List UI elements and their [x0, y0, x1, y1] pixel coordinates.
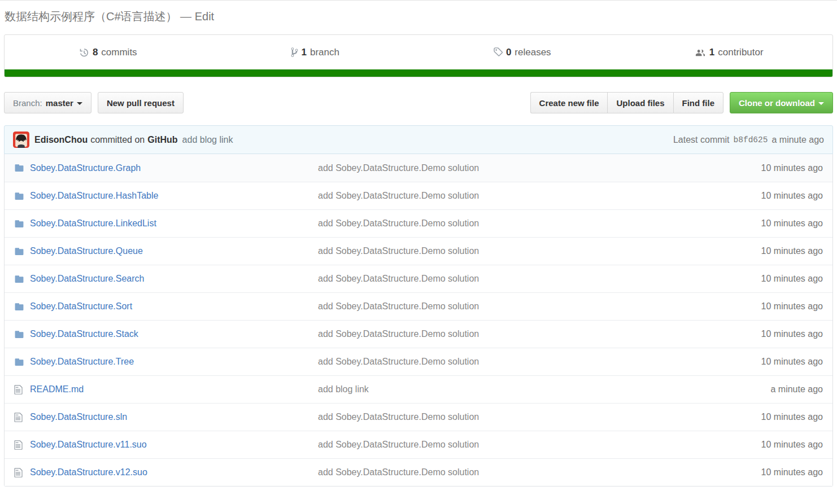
find-file-button[interactable]: Find file [673, 92, 724, 113]
commit-message-link[interactable]: add blog link [182, 135, 233, 145]
git-branch-icon [291, 47, 298, 58]
table-row: Sobey.DataStructure.Search add Sobey.Dat… [5, 265, 832, 292]
contributors-count: 1 [709, 47, 714, 58]
table-row: Sobey.DataStructure.sln add Sobey.DataSt… [5, 403, 832, 431]
file-name-link[interactable]: Sobey.DataStructure.Graph [30, 163, 141, 173]
commit-action-text: committed on [90, 135, 145, 145]
branch-label: Branch: [13, 98, 42, 108]
file-actions-group: Create new file Upload files Find file [530, 92, 723, 113]
file-name-link[interactable]: Sobey.DataStructure.Search [30, 274, 144, 283]
file-name-link[interactable]: Sobey.DataStructure.Tree [30, 357, 134, 366]
row-commit-time: 10 minutes ago [714, 246, 832, 256]
folder-icon [14, 357, 24, 367]
file-icon [14, 412, 23, 423]
row-commit-message-link[interactable]: add Sobey.DataStructure.Demo solution [318, 246, 479, 256]
row-commit-message-link[interactable]: add blog link [318, 384, 369, 394]
commit-platform: GitHub [147, 135, 177, 145]
file-name-link[interactable]: Sobey.DataStructure.Stack [30, 329, 138, 339]
commit-sha-link[interactable]: b8fd625 [734, 135, 768, 144]
row-commit-time: 10 minutes ago [714, 440, 832, 450]
file-name-link[interactable]: Sobey.DataStructure.Sort [30, 301, 132, 311]
stat-commits[interactable]: 8 commits [5, 47, 212, 58]
latest-commit-time: a minute ago [771, 135, 824, 145]
folder-icon [14, 247, 24, 256]
row-commit-time: 10 minutes ago [714, 218, 832, 229]
row-commit-message-link[interactable]: add Sobey.DataStructure.Demo solution [318, 440, 479, 449]
row-commit-message-link[interactable]: add Sobey.DataStructure.Demo solution [318, 467, 479, 477]
language-bar[interactable] [5, 69, 832, 77]
upload-files-button[interactable]: Upload files [607, 92, 673, 113]
table-row: Sobey.DataStructure.HashTable add Sobey.… [5, 182, 832, 209]
clone-or-download-button[interactable]: Clone or download [730, 92, 833, 113]
row-commit-message-link[interactable]: add Sobey.DataStructure.Demo solution [318, 191, 479, 200]
avatar[interactable] [13, 132, 29, 148]
repo-stats-bar: 8 commits 1 branch 0 releases [5, 35, 832, 69]
table-row: README.md add blog link a minute ago [5, 375, 832, 403]
file-name-link[interactable]: Sobey.DataStructure.v12.suo [30, 467, 147, 477]
stat-releases[interactable]: 0 releases [418, 47, 626, 58]
repo-page: 数据结构示例程序（C#语言描述） — Edit 8 commits 1 bran… [0, 0, 837, 487]
table-row: Sobey.DataStructure.Queue add Sobey.Data… [5, 237, 832, 265]
table-row: Sobey.DataStructure.Graph add Sobey.Data… [5, 154, 832, 182]
folder-icon [14, 302, 24, 312]
row-commit-message-link[interactable]: add Sobey.DataStructure.Demo solution [318, 357, 479, 366]
latest-commit-bar: EdisonChou committed on GitHub add blog … [4, 125, 833, 154]
file-icon [14, 440, 23, 450]
row-commit-time: 10 minutes ago [714, 163, 832, 173]
folder-icon [14, 191, 24, 201]
commit-author-link[interactable]: EdisonChou [34, 135, 88, 145]
folder-icon [14, 163, 24, 173]
row-commit-message-link[interactable]: add Sobey.DataStructure.Demo solution [318, 412, 479, 422]
row-commit-time: 10 minutes ago [714, 412, 832, 422]
table-row: Sobey.DataStructure.v11.suo add Sobey.Da… [5, 431, 832, 458]
latest-commit-label: Latest commit [673, 135, 730, 145]
stat-branches[interactable]: 1 branch [212, 47, 419, 58]
row-commit-message-link[interactable]: add Sobey.DataStructure.Demo solution [318, 329, 479, 339]
stat-contributors[interactable]: 1 contributor [626, 47, 833, 58]
branches-label: branch [310, 47, 339, 58]
file-icon [14, 467, 23, 478]
commits-count: 8 [93, 47, 98, 58]
row-commit-time: 10 minutes ago [714, 301, 832, 312]
file-name-link[interactable]: Sobey.DataStructure.sln [30, 412, 127, 422]
row-commit-message-link[interactable]: add Sobey.DataStructure.Demo solution [318, 163, 479, 173]
people-icon [695, 47, 706, 58]
table-row: Sobey.DataStructure.Sort add Sobey.DataS… [5, 292, 832, 320]
releases-count: 0 [506, 47, 511, 58]
row-commit-message-link[interactable]: add Sobey.DataStructure.Demo solution [318, 274, 479, 283]
page-title: 数据结构示例程序（C#语言描述） — Edit [0, 1, 837, 32]
repo-summary-box: 8 commits 1 branch 0 releases [4, 34, 833, 77]
row-commit-time: 10 minutes ago [714, 329, 832, 339]
branches-count: 1 [302, 47, 307, 58]
table-row: Sobey.DataStructure.LinkedList add Sobey… [5, 209, 832, 237]
table-row: Sobey.DataStructure.v12.suo add Sobey.Da… [5, 458, 832, 486]
table-row: Sobey.DataStructure.Stack add Sobey.Data… [5, 320, 832, 348]
file-navigation-toolbar: Branch: master New pull request Create n… [4, 92, 833, 113]
row-commit-time: 10 minutes ago [714, 467, 832, 477]
branch-name: master [46, 98, 73, 108]
branch-select-button[interactable]: Branch: master [4, 92, 91, 113]
chevron-down-icon [818, 102, 824, 105]
row-commit-message-link[interactable]: add Sobey.DataStructure.Demo solution [318, 218, 479, 228]
commits-label: commits [101, 47, 137, 58]
releases-label: releases [515, 47, 551, 58]
file-name-link[interactable]: Sobey.DataStructure.Queue [30, 246, 143, 256]
create-new-file-button[interactable]: Create new file [530, 92, 608, 113]
file-name-link[interactable]: Sobey.DataStructure.LinkedList [30, 218, 156, 228]
row-commit-time: 10 minutes ago [714, 274, 832, 284]
row-commit-time: 10 minutes ago [714, 357, 832, 367]
folder-icon [14, 330, 24, 339]
file-name-link[interactable]: Sobey.DataStructure.v11.suo [30, 440, 147, 449]
file-name-link[interactable]: Sobey.DataStructure.HashTable [30, 191, 158, 200]
new-pull-request-button[interactable]: New pull request [98, 92, 184, 113]
chevron-down-icon [77, 102, 82, 105]
file-name-link[interactable]: README.md [30, 384, 84, 394]
row-commit-message-link[interactable]: add Sobey.DataStructure.Demo solution [318, 301, 479, 311]
files-table: Sobey.DataStructure.Graph add Sobey.Data… [4, 154, 833, 487]
contributors-label: contributor [718, 47, 763, 58]
clone-or-download-label: Clone or download [739, 98, 815, 108]
history-icon [79, 47, 89, 58]
table-row: Sobey.DataStructure.Tree add Sobey.DataS… [5, 348, 832, 375]
tag-icon [493, 47, 503, 58]
row-commit-time: a minute ago [714, 384, 832, 395]
